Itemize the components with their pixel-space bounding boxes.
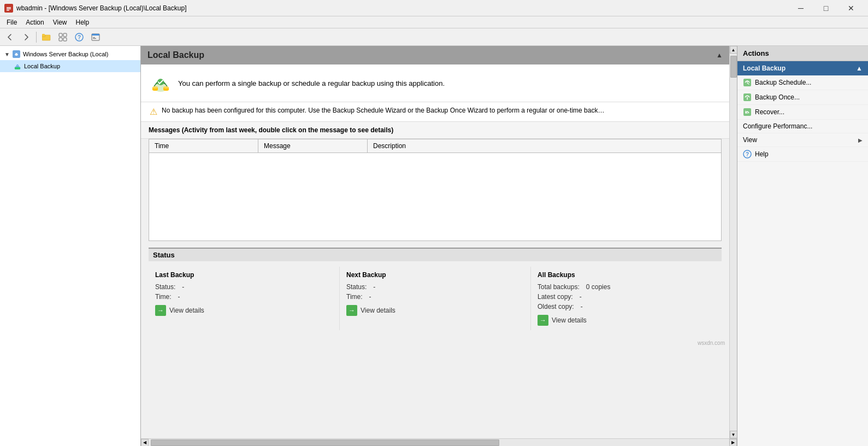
properties-button[interactable]	[88, 30, 103, 44]
h-scroll-track[interactable]	[149, 439, 729, 447]
recover-label: Recover...	[755, 108, 784, 116]
scroll-up-btn[interactable]: ▲	[730, 46, 737, 54]
svg-rect-15	[93, 37, 95, 38]
view-arrow-icon: ▶	[858, 137, 863, 143]
view-details-icon-1: →	[155, 305, 166, 316]
svg-rect-14	[92, 34, 99, 36]
tree-label-server: Windows Server Backup (Local)	[23, 51, 109, 57]
backup-schedule-icon	[743, 78, 752, 87]
back-button[interactable]	[2, 30, 17, 44]
backup-tree-icon	[13, 62, 22, 71]
next-backup-time-label: Time:	[346, 293, 363, 301]
right-pane: Actions Local Backup ▲ Backup Schedule..…	[737, 46, 868, 446]
help-label: Help	[755, 150, 769, 158]
center-main: Local Backup ▲	[141, 46, 737, 438]
last-backup-title: Last Backup	[155, 271, 333, 279]
tree-label-local-backup: Local Backup	[24, 63, 60, 69]
horizontal-scrollbar[interactable]: ◀ ▶	[141, 438, 737, 446]
svg-point-27	[163, 86, 169, 89]
all-backups-view-details-label: View details	[552, 316, 587, 324]
tree-item-server[interactable]: ▼ Windows Server Backup (Local)	[0, 48, 140, 60]
scroll-left-btn[interactable]: ◀	[141, 439, 149, 447]
all-backups-oldest-label: Oldest copy:	[538, 303, 574, 310]
backup-schedule-label: Backup Schedule...	[755, 79, 811, 86]
menu-file[interactable]: File	[2, 17, 21, 27]
action-configure-performance[interactable]: Configure Performanc...	[737, 120, 868, 133]
svg-text:?: ?	[746, 151, 749, 157]
svg-point-24	[152, 86, 158, 89]
menu-help[interactable]: Help	[72, 17, 94, 27]
last-backup-card: Last Backup Status: - Time: - →	[149, 267, 340, 330]
view-label: View	[743, 136, 855, 144]
action-backup-once[interactable]: Backup Once...	[737, 90, 868, 105]
forward-button[interactable]	[19, 30, 34, 44]
next-backup-status-value: -	[373, 283, 375, 291]
minimize-button[interactable]: ─	[788, 0, 813, 16]
vertical-scrollbar[interactable]: ▲ ▼	[729, 46, 737, 438]
close-button[interactable]: ✕	[839, 0, 864, 16]
col-description: Description	[368, 139, 721, 152]
last-backup-time-value: -	[178, 293, 180, 301]
scroll-down-btn[interactable]: ▼	[730, 431, 737, 438]
next-backup-title: Next Backup	[346, 271, 524, 279]
next-backup-status-label: Status:	[346, 283, 367, 291]
actions-sub-collapse[interactable]: ▲	[856, 64, 863, 72]
scroll-thumb[interactable]	[730, 56, 737, 78]
watermark: wsxdn.com	[141, 338, 729, 348]
h-scroll-thumb[interactable]	[151, 439, 499, 446]
tree-item-local-backup[interactable]: Local Backup	[0, 60, 140, 72]
view-button[interactable]	[55, 30, 70, 44]
last-backup-status-label: Status:	[155, 283, 175, 291]
status-cards: Last Backup Status: - Time: - →	[149, 267, 722, 330]
view-details-icon-3: →	[538, 315, 548, 326]
configure-performance-label: Configure Performanc...	[743, 122, 812, 130]
recover-icon	[743, 108, 752, 116]
all-backups-total-value: 0 copies	[586, 283, 611, 291]
scroll-track[interactable]	[730, 54, 737, 431]
help-button[interactable]: ?	[72, 30, 87, 44]
app-icon	[4, 4, 13, 13]
action-view[interactable]: View ▶	[737, 133, 868, 147]
all-backups-total-label: Total backups:	[538, 283, 580, 291]
all-backups-oldest-row: Oldest copy: -	[538, 303, 715, 310]
next-backup-view-details-label: View details	[361, 307, 395, 314]
action-backup-schedule[interactable]: Backup Schedule...	[737, 75, 868, 90]
action-recover[interactable]: Recover...	[737, 105, 868, 120]
status-title: Status	[149, 248, 722, 261]
svg-rect-2	[7, 8, 11, 9]
server-icon	[12, 50, 21, 58]
last-backup-status-row: Status: -	[155, 283, 333, 291]
next-backup-view-details[interactable]: → View details	[346, 305, 524, 316]
title-text: wbadmin - [Windows Server Backup (Local)…	[16, 4, 186, 12]
last-backup-time-row: Time: -	[155, 293, 333, 301]
help-action-icon: ?	[743, 150, 752, 159]
svg-rect-30	[743, 108, 751, 116]
all-backups-title: All Backups	[538, 271, 715, 279]
svg-rect-3	[7, 10, 9, 11]
warning-text: No backup has been configured for this c…	[162, 107, 604, 114]
view-details-icon-2: →	[346, 305, 357, 316]
action-help[interactable]: ? Help	[737, 147, 868, 162]
menu-bar: File Action View Help	[0, 16, 868, 28]
last-backup-time-label: Time:	[155, 293, 172, 301]
messages-table: Time Message Description	[149, 139, 722, 241]
maximize-button[interactable]: □	[813, 0, 839, 16]
all-backups-view-details[interactable]: → View details	[538, 315, 715, 326]
status-section: Status Last Backup Status: - Time: -	[141, 248, 729, 338]
title-bar: wbadmin - [Windows Server Backup (Local)…	[0, 0, 868, 16]
menu-action[interactable]: Action	[21, 17, 48, 27]
last-backup-view-details[interactable]: → View details	[155, 305, 333, 316]
actions-sub-header: Local Backup ▲	[737, 61, 868, 75]
backup-main-icon	[150, 72, 172, 94]
svg-rect-6	[42, 34, 45, 36]
actions-header: Actions	[737, 46, 868, 61]
menu-view[interactable]: View	[49, 17, 72, 27]
messages-header: Messages (Activity from last week, doubl…	[141, 122, 729, 139]
svg-rect-7	[59, 33, 62, 37]
svg-rect-19	[15, 67, 20, 69]
section-collapse-btn[interactable]: ▲	[716, 51, 723, 59]
toolbar: ?	[0, 28, 868, 46]
scroll-right-btn[interactable]: ▶	[729, 439, 737, 447]
folder-button[interactable]	[39, 30, 54, 44]
all-backups-latest-row: Latest copy: -	[538, 293, 715, 301]
